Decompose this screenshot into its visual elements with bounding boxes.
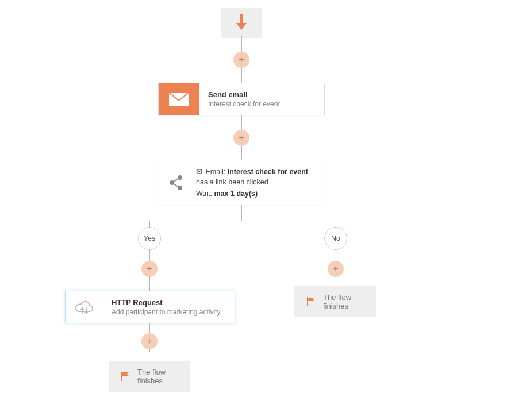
decision-condition-text: ✉ Email: Interest check for event has a …: [196, 167, 316, 187]
flag-icon: [306, 296, 316, 307]
end-text: The flow finishes: [137, 368, 179, 385]
add-step-button-after-http[interactable]: +: [141, 333, 158, 349]
cloud-request-icon: [66, 291, 102, 323]
connector-vertical-presplit: [241, 206, 242, 221]
http-request-title: HTTP Request: [112, 298, 220, 307]
send-email-node[interactable]: Send email Interest check for event: [158, 83, 325, 115]
envelope-icon: ✉: [196, 167, 202, 178]
send-email-subtitle: Interest check for event: [208, 100, 280, 108]
decision-node[interactable]: ✉ Email: Interest check for event has a …: [159, 160, 325, 205]
end-node-no[interactable]: The flow finishes: [294, 286, 376, 317]
svg-line-4: [173, 178, 179, 182]
svg-point-2: [178, 175, 182, 180]
add-step-button-1[interactable]: +: [233, 52, 249, 68]
branch-label-no: No: [324, 227, 347, 250]
add-step-button-no[interactable]: +: [328, 261, 344, 277]
decision-wait-text: Wait: max 1 day(s): [196, 190, 316, 198]
end-node-yes[interactable]: The flow finishes: [109, 361, 190, 392]
svg-point-3: [178, 186, 182, 190]
http-request-subtitle: Add participant to marketing activity: [112, 308, 220, 316]
connector-horizontal-split: [149, 221, 336, 221]
http-request-node[interactable]: HTTP Request Add participant to marketin…: [65, 291, 235, 323]
end-text: The flow finishes: [323, 293, 364, 310]
mail-icon: [159, 83, 199, 115]
start-node[interactable]: [221, 8, 262, 38]
add-step-button-yes[interactable]: +: [141, 261, 158, 277]
flag-icon: [120, 371, 130, 382]
svg-line-5: [173, 183, 179, 187]
add-step-button-2[interactable]: +: [233, 130, 249, 146]
branch-label-yes: Yes: [138, 227, 161, 250]
svg-point-1: [170, 180, 174, 185]
send-email-title: Send email: [208, 90, 280, 99]
share-icon: [159, 160, 193, 205]
